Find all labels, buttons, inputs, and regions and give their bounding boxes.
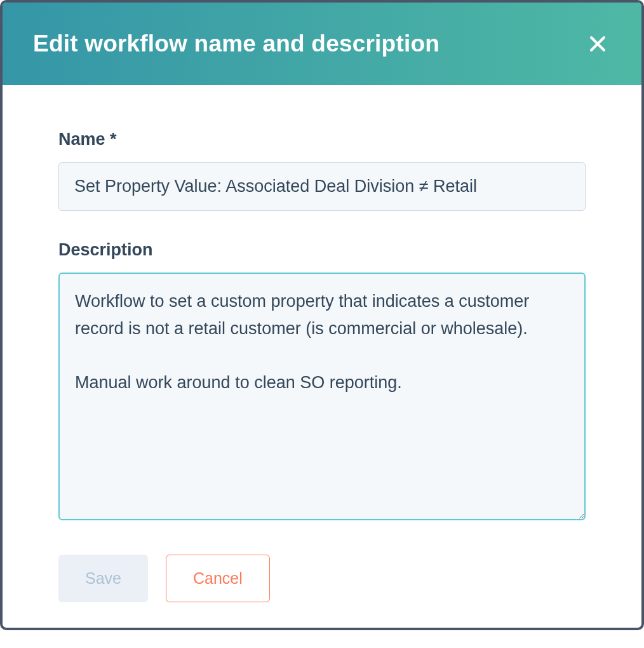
description-field-group: Description <box>58 240 586 523</box>
modal-body: Name * Description Save Cancel <box>3 85 641 628</box>
description-textarea[interactable] <box>58 273 586 520</box>
name-field-group: Name * <box>58 130 586 211</box>
name-input[interactable] <box>58 162 586 211</box>
name-label: Name * <box>58 130 586 149</box>
description-label: Description <box>58 240 586 260</box>
cancel-button[interactable]: Cancel <box>166 555 270 602</box>
close-icon <box>588 34 607 53</box>
modal-title: Edit workflow name and description <box>33 30 439 57</box>
save-button[interactable]: Save <box>58 555 148 602</box>
modal-header: Edit workflow name and description <box>3 3 641 85</box>
close-button[interactable] <box>584 30 611 57</box>
edit-workflow-modal: Edit workflow name and description Name … <box>0 0 644 630</box>
button-row: Save Cancel <box>58 555 586 602</box>
